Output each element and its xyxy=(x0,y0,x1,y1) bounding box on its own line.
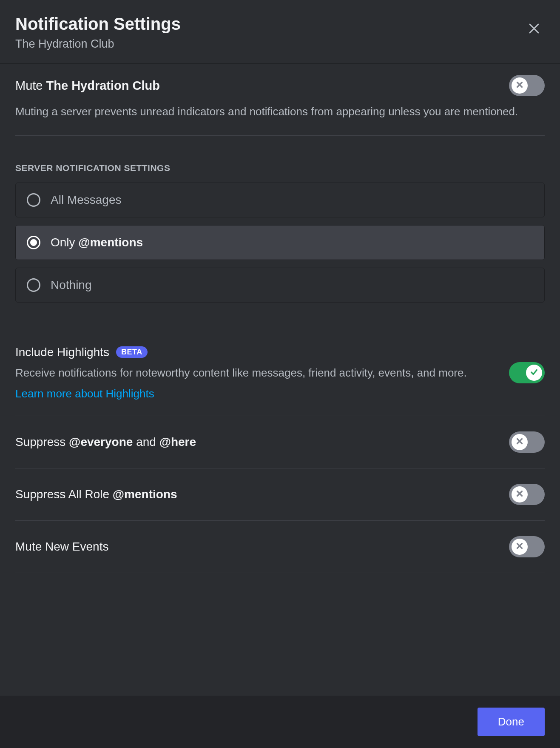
setting-left: Mute New Events xyxy=(15,540,509,554)
toggle-knob xyxy=(512,486,528,502)
close-icon xyxy=(527,21,541,37)
radio-label: Only @mentions xyxy=(51,236,143,249)
modal-footer: Done xyxy=(0,696,560,748)
x-icon xyxy=(515,437,524,448)
beta-badge: BETA xyxy=(116,346,148,358)
toggle-knob xyxy=(512,539,528,555)
modal-subtitle: The Hydration Club xyxy=(15,37,181,51)
highlights-description: Receive notifications for noteworthy con… xyxy=(15,365,509,380)
modal-content: Mute The Hydration Club Muting a server … xyxy=(0,64,560,696)
mute-events-title: Mute New Events xyxy=(15,540,509,554)
radio-label: Nothing xyxy=(51,278,92,292)
highlights-title: Include Highlights xyxy=(15,345,109,359)
suppress-everyone-row: Suppress @everyone and @here xyxy=(15,416,545,468)
setting-left: Suppress @everyone and @here xyxy=(15,435,509,449)
radio-all-messages[interactable]: All Messages xyxy=(15,183,545,217)
radio-nothing[interactable]: Nothing xyxy=(15,268,545,303)
mute-label-prefix: Mute xyxy=(15,79,46,92)
mute-description: Muting a server prevents unread indicato… xyxy=(15,104,545,120)
toggle-knob xyxy=(512,77,528,94)
include-highlights-row: Include Highlights BETA Receive notifica… xyxy=(15,330,545,416)
toggle-knob xyxy=(526,365,542,381)
mute-section: Mute The Hydration Club Muting a server … xyxy=(15,64,545,136)
notification-settings-modal: Notification Settings The Hydration Club… xyxy=(0,0,560,748)
radio-circle-icon xyxy=(27,193,40,207)
header-text: Notification Settings The Hydration Club xyxy=(15,14,181,51)
mute-events-row: Mute New Events xyxy=(15,521,545,573)
suppress-roles-toggle[interactable] xyxy=(509,484,545,505)
setting-left: Suppress All Role @mentions xyxy=(15,488,509,501)
suppress-everyone-toggle[interactable] xyxy=(509,431,545,453)
setting-title-row: Include Highlights BETA xyxy=(15,345,509,359)
close-button[interactable] xyxy=(523,18,545,40)
modal-header: Notification Settings The Hydration Club xyxy=(0,0,560,64)
toggle-knob xyxy=(512,434,528,450)
suppress-roles-title: Suppress All Role @mentions xyxy=(15,488,509,501)
highlights-toggle[interactable] xyxy=(509,362,545,383)
server-notification-heading: SERVER NOTIFICATION SETTINGS xyxy=(15,163,545,173)
mute-row: Mute The Hydration Club xyxy=(15,75,545,96)
x-icon xyxy=(515,489,524,500)
x-icon xyxy=(515,541,524,552)
x-icon xyxy=(515,80,524,91)
setting-left: Include Highlights BETA Receive notifica… xyxy=(15,345,509,400)
radio-label: All Messages xyxy=(51,193,122,207)
suppress-everyone-title: Suppress @everyone and @here xyxy=(15,435,509,449)
check-icon xyxy=(529,367,539,378)
radio-circle-icon xyxy=(27,236,40,249)
radio-only-mentions[interactable]: Only @mentions xyxy=(15,225,545,260)
mute-label: Mute The Hydration Club xyxy=(15,79,160,93)
done-button[interactable]: Done xyxy=(478,708,545,736)
highlights-learn-more-link[interactable]: Learn more about Highlights xyxy=(15,387,509,400)
mute-label-server: The Hydration Club xyxy=(46,79,160,92)
mute-toggle[interactable] xyxy=(509,75,545,96)
mute-events-toggle[interactable] xyxy=(509,536,545,557)
notification-radio-group: All Messages Only @mentions Nothing xyxy=(15,183,545,303)
modal-title: Notification Settings xyxy=(15,14,181,34)
suppress-roles-row: Suppress All Role @mentions xyxy=(15,468,545,521)
radio-circle-icon xyxy=(27,278,40,292)
